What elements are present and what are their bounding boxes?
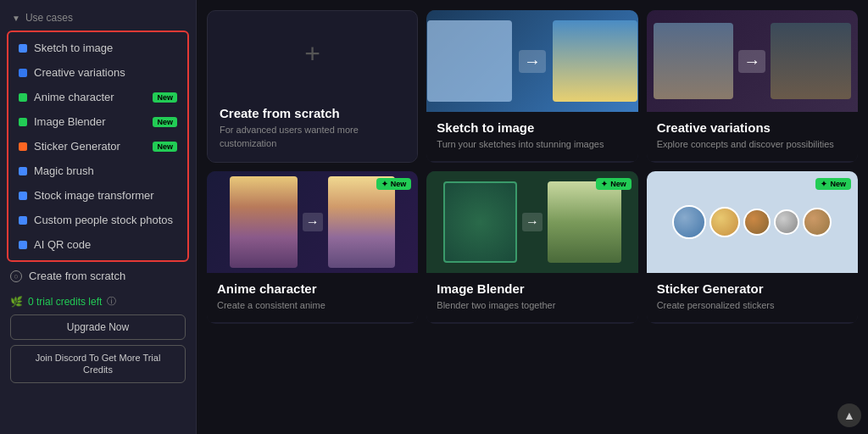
dot-icon [19, 216, 27, 225]
sticker-3 [743, 209, 771, 236]
card-blender-info: Image Blender Blender two images togethe… [426, 273, 637, 322]
card-create-info: Create from scratch For advanced users w… [208, 96, 417, 162]
card-desc: For advanced users wanted more customiza… [220, 124, 405, 150]
dot-icon [19, 118, 27, 126]
anime-fig-2 [328, 176, 396, 268]
card-title: Create from scratch [220, 106, 405, 120]
arrow-right-icon: → [522, 213, 542, 231]
sidebar-item-label: Anime character [34, 91, 114, 103]
card-anime-character[interactable]: → ✦ New Anime character Create a consist… [207, 171, 418, 324]
use-cases-label: Use cases [25, 12, 73, 24]
sidebar-item-label: Sketch to image [34, 42, 113, 54]
card-creative-preview: → [647, 10, 858, 112]
card-title: Image Blender [437, 281, 627, 296]
card-blender-preview: → ✦ New [426, 171, 637, 273]
arrow-right-icon: → [738, 50, 765, 73]
card-desc: Blender two images together [437, 299, 627, 312]
card-anime-preview: → ✦ New [207, 171, 418, 273]
sidebar-item-label: Sticker Generator [34, 140, 120, 153]
card-creative-variations[interactable]: → Creative variations Explore concepts a… [647, 10, 858, 163]
arrow-right-icon: → [519, 50, 546, 73]
main-content: + Create from scratch For advanced users… [197, 0, 868, 434]
upgrade-button[interactable]: Upgrade Now [10, 314, 186, 340]
sidebar-item-anime-character[interactable]: Anime character New [8, 85, 187, 109]
card-image-blender[interactable]: → ✦ New Image Blender Blender two images… [426, 171, 637, 324]
trial-credits-display: 🌿 0 trial credits left ⓘ [10, 295, 186, 308]
sidebar-item-image-blender[interactable]: Image Blender New [8, 109, 187, 134]
sidebar-item-ai-qr-code[interactable]: AI QR code [8, 232, 187, 257]
card-title: Anime character [217, 281, 408, 296]
dot-icon [19, 69, 27, 77]
card-desc: Explore concepts and discover possibilit… [657, 138, 848, 151]
sticker-2 [709, 207, 740, 237]
new-badge: ✦ New [815, 178, 851, 190]
dot-icon [19, 241, 27, 249]
sidebar-item-sticker-generator[interactable]: Sticker Generator New [8, 134, 187, 159]
card-sticker-preview: ✦ New [647, 171, 858, 273]
sidebar-item-label: Stock image transformer [34, 189, 154, 202]
arrow-right-icon: → [303, 213, 323, 231]
sidebar-item-custom-people[interactable]: Custom people stock photos [8, 208, 187, 232]
creative-img-2 [771, 23, 851, 99]
creative-preview-visual: → [647, 10, 858, 112]
card-create-from-scratch[interactable]: + Create from scratch For advanced users… [207, 10, 418, 163]
card-desc: Turn your sketches into stunning images [437, 138, 627, 151]
blend-img-1 [443, 181, 517, 263]
scroll-to-top-button[interactable]: ▲ [837, 403, 861, 427]
creative-img-1 [654, 23, 734, 99]
sketch-after-img [553, 20, 637, 102]
create-from-scratch-item[interactable]: ○ Create from scratch [0, 264, 196, 288]
card-title: Creative variations [657, 120, 848, 135]
card-title: Sticker Generator [657, 281, 848, 296]
discord-button[interactable]: Join Discord To Get More Trial Credits [10, 345, 186, 383]
blend-img-2 [548, 181, 621, 263]
sketch-preview-visual: → [426, 10, 637, 112]
new-badge: New [153, 117, 177, 127]
use-cases-header[interactable]: ▼ Use cases [0, 7, 196, 29]
card-title: Sketch to image [437, 120, 627, 135]
new-badge: ✦ New [376, 178, 412, 190]
sidebar-item-label: AI QR code [34, 238, 91, 251]
card-sketch-to-image[interactable]: → Sketch to image Turn your sketches int… [426, 10, 637, 163]
sidebar-item-sketch-to-image[interactable]: Sketch to image [8, 36, 187, 60]
sidebar-items-list: Sketch to image Creative variations Anim… [7, 31, 189, 262]
sidebar-item-label: Creative variations [34, 66, 125, 79]
card-sticker-generator[interactable]: ✦ New Sticker Generator Create personali… [647, 171, 858, 324]
sticker-4 [774, 209, 799, 235]
dot-icon [19, 192, 27, 200]
sidebar-item-magic-brush[interactable]: Magic brush [8, 159, 187, 183]
card-sketch-info: Sketch to image Turn your sketches into … [426, 112, 637, 161]
sidebar: ▼ Use cases Sketch to image Creative var… [0, 0, 197, 434]
dot-icon [19, 167, 27, 175]
create-from-scratch-label: Create from scratch [29, 270, 125, 282]
sidebar-item-creative-variations[interactable]: Creative variations [8, 60, 187, 85]
card-desc: Create a consistent anime [217, 299, 408, 312]
sidebar-item-label: Image Blender [34, 115, 106, 128]
cards-grid: + Create from scratch For advanced users… [207, 10, 858, 324]
circle-icon: ○ [10, 270, 22, 282]
card-sketch-preview: → [426, 10, 637, 112]
anime-fig-1 [230, 176, 298, 268]
sticker-5 [803, 208, 832, 236]
card-sticker-info: Sticker Generator Create personalized st… [647, 273, 858, 322]
sidebar-item-label: Custom people stock photos [34, 214, 173, 226]
chevron-down-icon: ▼ [12, 14, 20, 23]
card-create-plus-icon: + [208, 11, 417, 96]
trial-section: 🌿 0 trial credits left ⓘ Upgrade Now Joi… [0, 288, 196, 390]
sticker-1 [672, 205, 706, 239]
dot-icon [19, 44, 27, 53]
leaf-icon: 🌿 [10, 296, 23, 308]
dot-icon [19, 93, 27, 102]
dot-icon [19, 142, 27, 151]
sidebar-item-label: Magic brush [34, 164, 94, 177]
new-badge: ✦ New [596, 178, 632, 190]
card-desc: Create personalized stickers [657, 299, 848, 312]
info-icon[interactable]: ⓘ [107, 295, 116, 308]
new-badge: New [153, 142, 177, 152]
trial-credits-label: 0 trial credits left [28, 296, 102, 308]
sketch-before-img [427, 20, 512, 102]
new-badge: New [153, 92, 177, 103]
card-anime-info: Anime character Create a consistent anim… [207, 273, 418, 322]
sidebar-item-stock-image[interactable]: Stock image transformer [8, 183, 187, 208]
card-creative-info: Creative variations Explore concepts and… [647, 112, 858, 161]
